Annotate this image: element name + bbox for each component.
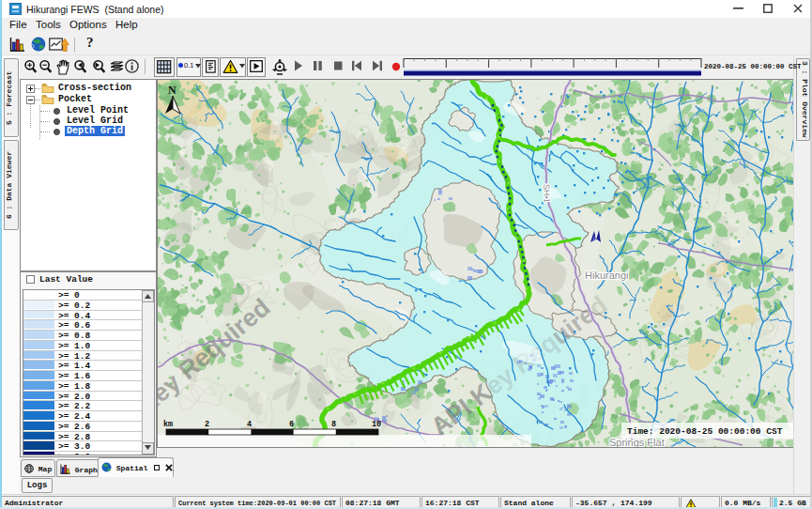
svg-text:N: N bbox=[168, 84, 176, 97]
svg-text:8: 8 bbox=[331, 420, 336, 429]
svg-text:10: 10 bbox=[372, 420, 381, 429]
svg-text:SH 1: SH 1 bbox=[542, 184, 552, 203]
svg-text:Time: 2020-08-25 00:00:00 CST: Time: 2020-08-25 00:00:00 CST bbox=[627, 426, 783, 437]
svg-text:2: 2 bbox=[205, 420, 209, 429]
svg-text:4: 4 bbox=[247, 420, 252, 429]
svg-text:km: km bbox=[163, 420, 173, 429]
svg-text:6: 6 bbox=[289, 420, 294, 429]
svg-text:Hikurangi: Hikurangi bbox=[585, 270, 628, 281]
